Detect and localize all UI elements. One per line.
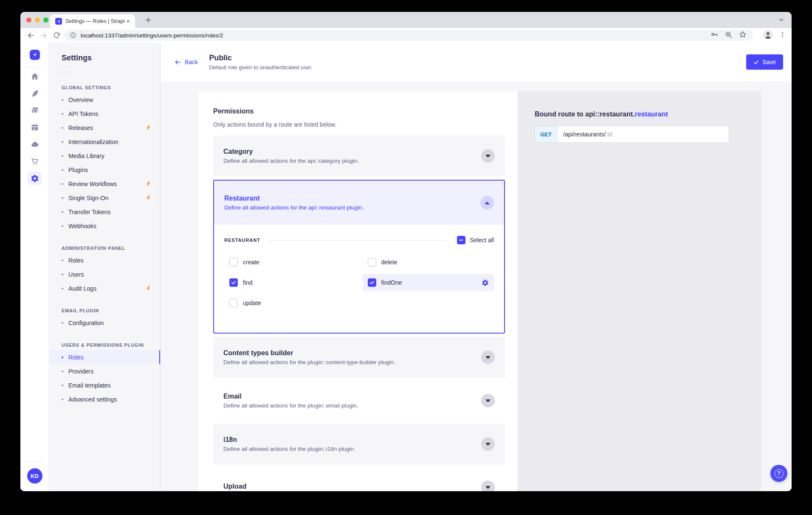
sidebar-item-email-templates[interactable]: Email templates xyxy=(49,378,160,392)
expand-chevron-icon[interactable] xyxy=(481,394,495,407)
collapse-chevron-icon[interactable] xyxy=(480,196,494,209)
indeterminate-minus-icon xyxy=(459,238,464,243)
bullet-icon xyxy=(62,197,63,199)
reload-icon[interactable] xyxy=(51,30,62,40)
bullet-icon xyxy=(62,211,63,213)
action-find[interactable]: find xyxy=(224,274,356,291)
accordion-i18n[interactable]: i18n Define all allowed actions for the … xyxy=(213,424,505,464)
expand-chevron-icon[interactable] xyxy=(481,437,495,451)
tab-search-chevron-icon[interactable] xyxy=(776,15,786,25)
http-method-badge: GET xyxy=(535,126,557,142)
save-button[interactable]: Save xyxy=(746,54,783,70)
check-icon xyxy=(369,280,375,285)
sidebar-item-overview[interactable]: Overview xyxy=(49,93,160,107)
update-checkbox[interactable] xyxy=(229,299,238,307)
profile-avatar-icon[interactable] xyxy=(763,29,773,42)
cloud-deploy-icon[interactable] xyxy=(26,136,43,153)
zoom-page-icon[interactable] xyxy=(725,31,733,40)
sidebar-item-admin-users[interactable]: Users xyxy=(49,267,160,281)
sidebar-item-admin-roles[interactable]: Roles xyxy=(49,253,160,267)
select-all-checkbox[interactable] xyxy=(457,236,465,244)
action-findone[interactable]: findOne xyxy=(363,274,494,291)
sidebar-item-media-library[interactable]: Media Library xyxy=(49,149,160,163)
bullet-icon xyxy=(62,357,63,358)
back-nav-icon[interactable] xyxy=(25,30,36,40)
new-tab-button[interactable] xyxy=(144,16,152,24)
settings-gear-icon[interactable] xyxy=(28,172,42,185)
check-icon xyxy=(231,280,236,285)
url-text[interactable]: localhost:1337/admin/settings/users-perm… xyxy=(81,32,223,39)
forward-nav-icon[interactable] xyxy=(38,30,48,40)
back-link[interactable]: Back xyxy=(174,59,198,66)
premium-flash-icon xyxy=(146,195,151,201)
bullet-icon xyxy=(62,322,63,324)
accordion-upload[interactable]: Upload xyxy=(213,467,505,491)
bullet-icon xyxy=(62,371,63,372)
bullet-icon xyxy=(62,183,63,185)
action-settings-gear-icon[interactable] xyxy=(482,279,489,286)
close-window-button[interactable] xyxy=(26,17,31,23)
permissions-subtitle: Only actions bound by a route are listed… xyxy=(213,121,505,128)
accordion-email[interactable]: Email Define all allowed actions for the… xyxy=(213,380,505,421)
expand-chevron-icon[interactable] xyxy=(481,351,495,364)
delete-checkbox[interactable] xyxy=(368,258,376,266)
content-manager-feather-icon[interactable] xyxy=(26,85,43,102)
chrome-menu-icon[interactable] xyxy=(778,31,787,40)
user-avatar[interactable]: KD xyxy=(27,468,42,484)
group-divider-line xyxy=(268,240,447,241)
url-bar[interactable]: localhost:1337/admin/settings/users-perm… xyxy=(65,30,753,41)
action-update[interactable]: update xyxy=(224,294,356,311)
create-checkbox[interactable] xyxy=(229,258,238,266)
password-manager-icon[interactable] xyxy=(710,30,719,40)
media-library-icon[interactable] xyxy=(26,102,43,119)
bullet-icon xyxy=(62,288,63,289)
select-all-control[interactable]: Select all xyxy=(457,236,494,244)
rail-bottom-divider xyxy=(25,461,45,461)
strapi-logo[interactable] xyxy=(30,50,40,60)
check-icon xyxy=(753,59,759,65)
sidebar-item-advanced-settings[interactable]: Advanced settings xyxy=(49,392,160,406)
tab-close-icon[interactable] xyxy=(125,18,132,25)
marketplace-cart-icon[interactable] xyxy=(26,153,43,170)
accordion-restaurant-header[interactable]: Restaurant Define all allowed actions fo… xyxy=(214,181,504,225)
premium-flash-icon xyxy=(146,285,151,291)
accordion-content-types-builder[interactable]: Content types builder Define all allowed… xyxy=(213,337,505,378)
sidebar-item-up-roles[interactable]: Roles xyxy=(49,350,160,364)
sidebar-item-releases[interactable]: Releases xyxy=(49,121,160,135)
sidebar-item-internationalization[interactable]: Internationalization xyxy=(49,135,160,149)
sidebar-item-api-tokens[interactable]: API Tokens xyxy=(49,107,160,121)
sidebar-item-providers[interactable]: Providers xyxy=(49,364,160,378)
scroll-area[interactable]: Permissions Only actions bound by a rout… xyxy=(161,82,792,491)
settings-sidebar: Settings GLOBAL SETTINGS Overview API To… xyxy=(49,42,161,491)
expand-chevron-icon[interactable] xyxy=(481,149,495,163)
bullet-icon xyxy=(62,99,63,101)
fullscreen-window-button[interactable] xyxy=(43,17,48,23)
window-controls xyxy=(26,17,48,23)
main-content: Back Public Default role given to unauth… xyxy=(161,42,792,491)
home-icon[interactable] xyxy=(26,68,43,85)
sidebar-item-plugins[interactable]: Plugins xyxy=(49,163,160,177)
action-create[interactable]: create xyxy=(224,254,356,271)
content-type-builder-icon[interactable] xyxy=(26,119,43,136)
help-button[interactable]: ? xyxy=(770,465,787,482)
expand-chevron-icon[interactable] xyxy=(481,481,495,491)
bullet-icon xyxy=(62,225,63,227)
sidebar-item-email-configuration[interactable]: Configuration xyxy=(49,316,160,330)
action-delete[interactable]: delete xyxy=(363,254,494,271)
sidebar-item-audit-logs[interactable]: Audit Logs xyxy=(49,281,160,295)
section-global-settings: GLOBAL SETTINGS xyxy=(49,85,160,90)
find-checkbox[interactable] xyxy=(229,278,238,287)
minimize-window-button[interactable] xyxy=(35,17,40,23)
route-path: /api/restaurants/:id xyxy=(563,131,612,138)
tab-title: Settings — Roles | Strapi xyxy=(65,18,125,24)
accordion-category[interactable]: Category Define all allowed actions for … xyxy=(213,136,505,176)
sidebar-item-transfer-tokens[interactable]: Transfer Tokens xyxy=(49,205,160,219)
sidebar-item-review-workflows[interactable]: Review Workflows xyxy=(49,177,160,191)
findone-checkbox[interactable] xyxy=(368,278,376,287)
sidebar-item-webhooks[interactable]: Webhooks xyxy=(49,219,160,233)
site-info-icon[interactable] xyxy=(70,32,76,39)
sidebar-item-single-sign-on[interactable]: Single Sign-On xyxy=(49,191,160,205)
bullet-icon xyxy=(62,141,63,143)
browser-tab[interactable]: Settings — Roles | Strapi xyxy=(50,14,135,28)
bookmark-star-icon[interactable] xyxy=(739,30,747,40)
